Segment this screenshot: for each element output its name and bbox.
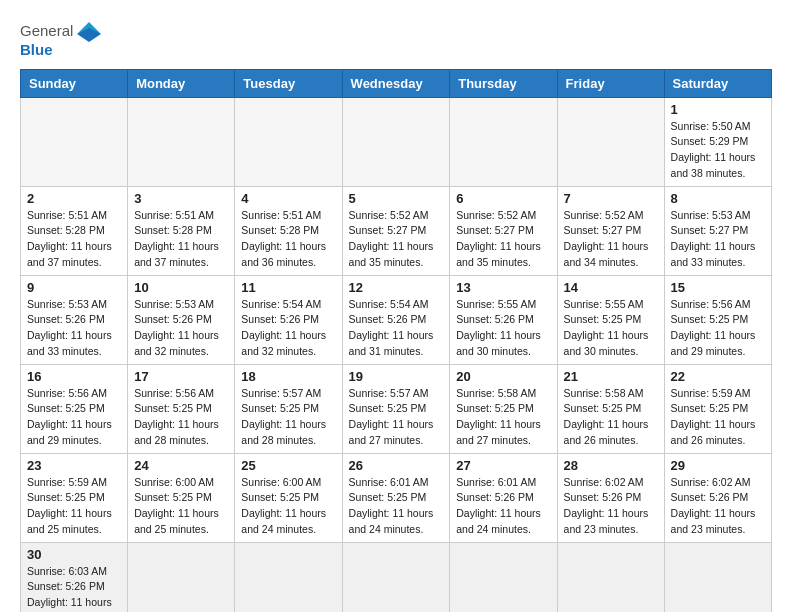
day-info: Sunrise: 5:53 AMSunset: 5:26 PMDaylight:…	[134, 297, 228, 360]
day-number: 7	[564, 191, 658, 206]
day-cell: 21Sunrise: 5:58 AMSunset: 5:25 PMDayligh…	[557, 364, 664, 453]
day-info: Sunrise: 5:51 AMSunset: 5:28 PMDaylight:…	[27, 208, 121, 271]
weekday-header-thursday: Thursday	[450, 69, 557, 97]
day-info: Sunrise: 5:57 AMSunset: 5:25 PMDaylight:…	[241, 386, 335, 449]
day-cell: 26Sunrise: 6:01 AMSunset: 5:25 PMDayligh…	[342, 453, 450, 542]
day-info: Sunrise: 5:58 AMSunset: 5:25 PMDaylight:…	[456, 386, 550, 449]
day-info: Sunrise: 5:56 AMSunset: 5:25 PMDaylight:…	[27, 386, 121, 449]
day-cell: 20Sunrise: 5:58 AMSunset: 5:25 PMDayligh…	[450, 364, 557, 453]
day-info: Sunrise: 5:59 AMSunset: 5:25 PMDaylight:…	[671, 386, 765, 449]
logo: General Blue	[20, 20, 103, 59]
day-info: Sunrise: 5:50 AMSunset: 5:29 PMDaylight:…	[671, 119, 765, 182]
day-cell: 15Sunrise: 5:56 AMSunset: 5:25 PMDayligh…	[664, 275, 771, 364]
day-info: Sunrise: 5:51 AMSunset: 5:28 PMDaylight:…	[134, 208, 228, 271]
day-cell: 24Sunrise: 6:00 AMSunset: 5:25 PMDayligh…	[128, 453, 235, 542]
day-cell: 29Sunrise: 6:02 AMSunset: 5:26 PMDayligh…	[664, 453, 771, 542]
weekday-header-monday: Monday	[128, 69, 235, 97]
day-number: 5	[349, 191, 444, 206]
day-info: Sunrise: 6:00 AMSunset: 5:25 PMDaylight:…	[241, 475, 335, 538]
day-cell: 18Sunrise: 5:57 AMSunset: 5:25 PMDayligh…	[235, 364, 342, 453]
logo-general: General	[20, 23, 73, 40]
day-info: Sunrise: 5:56 AMSunset: 5:25 PMDaylight:…	[671, 297, 765, 360]
day-number: 28	[564, 458, 658, 473]
day-number: 10	[134, 280, 228, 295]
day-info: Sunrise: 5:56 AMSunset: 5:25 PMDaylight:…	[134, 386, 228, 449]
day-number: 14	[564, 280, 658, 295]
day-number: 4	[241, 191, 335, 206]
day-info: Sunrise: 5:54 AMSunset: 5:26 PMDaylight:…	[349, 297, 444, 360]
day-cell: 25Sunrise: 6:00 AMSunset: 5:25 PMDayligh…	[235, 453, 342, 542]
weekday-header-row: SundayMondayTuesdayWednesdayThursdayFrid…	[21, 69, 772, 97]
day-info: Sunrise: 5:52 AMSunset: 5:27 PMDaylight:…	[349, 208, 444, 271]
day-cell: 22Sunrise: 5:59 AMSunset: 5:25 PMDayligh…	[664, 364, 771, 453]
day-info: Sunrise: 5:59 AMSunset: 5:25 PMDaylight:…	[27, 475, 121, 538]
day-cell	[342, 542, 450, 612]
day-number: 23	[27, 458, 121, 473]
day-number: 11	[241, 280, 335, 295]
weekday-header-saturday: Saturday	[664, 69, 771, 97]
day-cell: 7Sunrise: 5:52 AMSunset: 5:27 PMDaylight…	[557, 186, 664, 275]
day-number: 13	[456, 280, 550, 295]
day-number: 15	[671, 280, 765, 295]
day-info: Sunrise: 6:02 AMSunset: 5:26 PMDaylight:…	[564, 475, 658, 538]
day-number: 17	[134, 369, 228, 384]
day-cell: 28Sunrise: 6:02 AMSunset: 5:26 PMDayligh…	[557, 453, 664, 542]
day-info: Sunrise: 6:02 AMSunset: 5:26 PMDaylight:…	[671, 475, 765, 538]
weekday-header-tuesday: Tuesday	[235, 69, 342, 97]
day-cell: 9Sunrise: 5:53 AMSunset: 5:26 PMDaylight…	[21, 275, 128, 364]
day-cell	[664, 542, 771, 612]
header: General Blue	[20, 20, 772, 59]
day-cell	[557, 542, 664, 612]
day-number: 19	[349, 369, 444, 384]
day-info: Sunrise: 6:01 AMSunset: 5:25 PMDaylight:…	[349, 475, 444, 538]
day-info: Sunrise: 5:52 AMSunset: 5:27 PMDaylight:…	[456, 208, 550, 271]
day-cell	[128, 542, 235, 612]
day-cell: 4Sunrise: 5:51 AMSunset: 5:28 PMDaylight…	[235, 186, 342, 275]
week-row-4: 16Sunrise: 5:56 AMSunset: 5:25 PMDayligh…	[21, 364, 772, 453]
day-number: 22	[671, 369, 765, 384]
day-cell	[235, 542, 342, 612]
day-number: 3	[134, 191, 228, 206]
day-number: 29	[671, 458, 765, 473]
logo-bird-icon	[75, 20, 103, 42]
day-number: 21	[564, 369, 658, 384]
day-info: Sunrise: 6:01 AMSunset: 5:26 PMDaylight:…	[456, 475, 550, 538]
day-cell: 16Sunrise: 5:56 AMSunset: 5:25 PMDayligh…	[21, 364, 128, 453]
day-cell: 30Sunrise: 6:03 AMSunset: 5:26 PMDayligh…	[21, 542, 128, 612]
day-number: 26	[349, 458, 444, 473]
day-cell	[450, 542, 557, 612]
day-cell: 11Sunrise: 5:54 AMSunset: 5:26 PMDayligh…	[235, 275, 342, 364]
day-number: 16	[27, 369, 121, 384]
day-info: Sunrise: 5:58 AMSunset: 5:25 PMDaylight:…	[564, 386, 658, 449]
day-cell: 17Sunrise: 5:56 AMSunset: 5:25 PMDayligh…	[128, 364, 235, 453]
day-number: 8	[671, 191, 765, 206]
weekday-header-sunday: Sunday	[21, 69, 128, 97]
day-cell	[128, 97, 235, 186]
week-row-2: 2Sunrise: 5:51 AMSunset: 5:28 PMDaylight…	[21, 186, 772, 275]
day-info: Sunrise: 6:03 AMSunset: 5:26 PMDaylight:…	[27, 564, 121, 613]
day-number: 12	[349, 280, 444, 295]
day-info: Sunrise: 5:51 AMSunset: 5:28 PMDaylight:…	[241, 208, 335, 271]
day-cell: 23Sunrise: 5:59 AMSunset: 5:25 PMDayligh…	[21, 453, 128, 542]
day-cell: 1Sunrise: 5:50 AMSunset: 5:29 PMDaylight…	[664, 97, 771, 186]
day-cell: 19Sunrise: 5:57 AMSunset: 5:25 PMDayligh…	[342, 364, 450, 453]
day-info: Sunrise: 5:53 AMSunset: 5:26 PMDaylight:…	[27, 297, 121, 360]
day-cell: 5Sunrise: 5:52 AMSunset: 5:27 PMDaylight…	[342, 186, 450, 275]
day-info: Sunrise: 6:00 AMSunset: 5:25 PMDaylight:…	[134, 475, 228, 538]
svg-marker-1	[77, 28, 101, 42]
weekday-header-wednesday: Wednesday	[342, 69, 450, 97]
day-info: Sunrise: 5:54 AMSunset: 5:26 PMDaylight:…	[241, 297, 335, 360]
day-info: Sunrise: 5:57 AMSunset: 5:25 PMDaylight:…	[349, 386, 444, 449]
day-number: 9	[27, 280, 121, 295]
week-row-1: 1Sunrise: 5:50 AMSunset: 5:29 PMDaylight…	[21, 97, 772, 186]
day-cell: 13Sunrise: 5:55 AMSunset: 5:26 PMDayligh…	[450, 275, 557, 364]
day-cell: 14Sunrise: 5:55 AMSunset: 5:25 PMDayligh…	[557, 275, 664, 364]
day-cell	[235, 97, 342, 186]
calendar: SundayMondayTuesdayWednesdayThursdayFrid…	[20, 69, 772, 613]
day-cell: 12Sunrise: 5:54 AMSunset: 5:26 PMDayligh…	[342, 275, 450, 364]
day-number: 1	[671, 102, 765, 117]
day-cell: 2Sunrise: 5:51 AMSunset: 5:28 PMDaylight…	[21, 186, 128, 275]
day-number: 18	[241, 369, 335, 384]
day-cell: 27Sunrise: 6:01 AMSunset: 5:26 PMDayligh…	[450, 453, 557, 542]
day-cell	[450, 97, 557, 186]
